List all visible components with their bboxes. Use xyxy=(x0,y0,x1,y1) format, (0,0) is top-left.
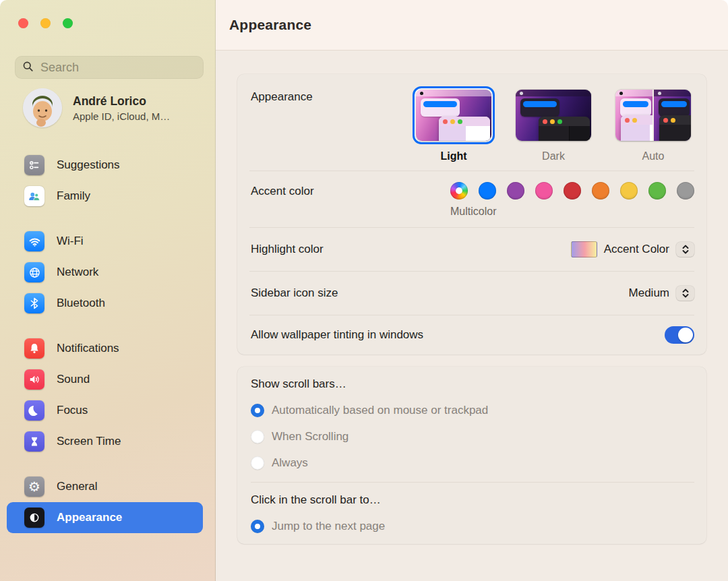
zoom-button[interactable] xyxy=(63,18,73,28)
radio-button[interactable] xyxy=(251,404,264,417)
highlight-color-stepper[interactable] xyxy=(676,242,694,257)
wallpaper-tinting-row: Allow wallpaper tinting in windows xyxy=(237,315,706,355)
sidebar-item-appearance[interactable]: Appearance xyxy=(7,502,203,533)
sidebar-item-wifi[interactable]: Wi-Fi xyxy=(7,226,203,257)
radio-label: Automatically based on mouse or trackpad xyxy=(272,404,488,417)
sidebar-item-label: Suggestions xyxy=(57,158,120,172)
accent-dot-green[interactable] xyxy=(648,182,666,200)
radio-button[interactable] xyxy=(251,430,264,444)
sidebar-item-network[interactable]: Network xyxy=(7,257,203,288)
accent-dot-graphite[interactable] xyxy=(677,182,694,200)
accent-dot-pink[interactable] xyxy=(535,182,553,200)
pane-header: Appearance xyxy=(216,0,728,51)
search-input[interactable] xyxy=(39,60,196,75)
auto-option-label: Auto xyxy=(642,150,665,162)
accent-dot-multicolor[interactable] xyxy=(450,182,468,200)
accent-color-row: Accent color xyxy=(237,171,706,227)
scrollbars-settings-card: Show scroll bars… Automatically based on… xyxy=(237,367,706,544)
appearance-option-auto[interactable]: Auto xyxy=(612,86,694,162)
sidebar-icon-size-row: Sidebar icon size Medium xyxy=(237,272,706,315)
sidebar-item-suggestions[interactable]: Suggestions xyxy=(7,150,203,181)
radio-label: Always xyxy=(272,456,308,470)
sidebar-item-focus[interactable]: Focus xyxy=(7,395,203,426)
dark-option-label: Dark xyxy=(542,150,565,162)
search-icon xyxy=(22,61,34,75)
profile-name: André Lorico xyxy=(73,94,170,109)
toggle-knob xyxy=(678,328,693,342)
accent-color-options xyxy=(450,182,694,200)
profile-subtitle: Apple ID, iCloud, M… xyxy=(73,111,170,122)
dark-thumbnail xyxy=(516,90,591,141)
light-thumbnail-frame xyxy=(413,86,495,144)
radio-label: When Scrolling xyxy=(272,430,348,444)
accent-dot-red[interactable] xyxy=(564,182,581,200)
highlight-color-label: Highlight color xyxy=(251,243,324,256)
appearance-option-dark[interactable]: Dark xyxy=(512,86,595,162)
sidebar-item-label: Screen Time xyxy=(57,435,121,448)
sidebar-item-label: Wi-Fi xyxy=(57,235,84,248)
wallpaper-tinting-label: Allow wallpaper tinting in windows xyxy=(251,328,423,342)
radio-button[interactable] xyxy=(251,520,264,533)
sidebar-item-label: Sound xyxy=(57,373,90,386)
highlight-color-value: Accent Color xyxy=(604,243,669,256)
sidebar-item-general[interactable]: ⚙ General xyxy=(7,471,203,502)
auto-thumbnail xyxy=(615,90,691,141)
appearance-mode-options: Light xyxy=(413,86,694,162)
sidebar-item-label: Notifications xyxy=(57,342,119,355)
scrollbar-option-auto[interactable]: Automatically based on mouse or trackpad xyxy=(251,404,694,417)
close-button[interactable] xyxy=(18,18,28,28)
apple-logo-icon xyxy=(520,92,523,95)
radio-label: Jump to the next page xyxy=(272,520,385,533)
sidebar-item-label: Focus xyxy=(57,404,88,417)
sidebar-item-label: Network xyxy=(57,266,98,279)
accent-dot-yellow[interactable] xyxy=(620,182,638,200)
sidebar-icon-size-value: Medium xyxy=(629,286,669,300)
sidebar-item-label: Bluetooth xyxy=(57,297,105,310)
wifi-icon xyxy=(24,231,44,251)
sidebar-item-sound[interactable]: Sound xyxy=(7,364,203,395)
search-field[interactable] xyxy=(15,56,204,79)
sidebar-item-label: Appearance xyxy=(57,511,122,524)
scroll-click-option-jump-next-page[interactable]: Jump to the next page xyxy=(251,520,694,533)
main-pane: Appearance Appearance xyxy=(216,0,728,581)
scrollbar-option-when-scrolling[interactable]: When Scrolling xyxy=(251,430,694,444)
auto-thumbnail-frame xyxy=(612,86,694,144)
sidebar-item-bluetooth[interactable]: Bluetooth xyxy=(7,288,203,319)
system-settings-window: André Lorico Apple ID, iCloud, M… Sugges… xyxy=(0,0,728,581)
highlight-color-swatch xyxy=(571,241,597,257)
pane-content: Appearance xyxy=(216,51,728,581)
scrollbar-option-always[interactable]: Always xyxy=(251,456,694,470)
highlight-color-row: Highlight color Accent Color xyxy=(237,228,706,271)
sidebar-item-notifications[interactable]: Notifications xyxy=(7,333,203,364)
accent-dot-blue[interactable] xyxy=(479,182,496,200)
show-scrollbars-title: Show scroll bars… xyxy=(251,377,694,391)
apple-id-profile[interactable]: André Lorico Apple ID, iCloud, M… xyxy=(23,88,170,127)
sidebar-nav: Suggestions Family Wi-Fi xyxy=(7,150,203,547)
globe-icon xyxy=(24,262,44,282)
accent-color-label: Accent color xyxy=(251,185,314,198)
page-title: Appearance xyxy=(229,17,311,33)
wallpaper-tinting-toggle[interactable] xyxy=(665,326,694,344)
light-option-label: Light xyxy=(440,150,466,162)
dark-thumbnail-frame xyxy=(512,86,595,144)
sidebar-item-label: Family xyxy=(57,189,90,203)
apple-logo-icon xyxy=(420,92,423,95)
accent-selected-caption: Multicolor xyxy=(450,206,694,218)
sidebar-item-screen-time[interactable]: Screen Time xyxy=(7,426,203,457)
radio-button[interactable] xyxy=(251,456,264,470)
sidebar: André Lorico Apple ID, iCloud, M… Sugges… xyxy=(0,0,216,581)
accent-dot-orange[interactable] xyxy=(592,182,609,200)
window-controls xyxy=(0,0,215,28)
sidebar-icon-size-stepper[interactable] xyxy=(676,286,694,301)
appearance-icon xyxy=(24,508,44,528)
memoji-avatar xyxy=(23,88,62,127)
moon-icon xyxy=(24,400,44,421)
minimize-button[interactable] xyxy=(40,18,51,28)
accent-dot-purple[interactable] xyxy=(507,182,524,200)
appearance-row-label: Appearance xyxy=(251,90,313,104)
gear-icon: ⚙ xyxy=(24,477,44,497)
appearance-option-light[interactable]: Light xyxy=(413,86,495,162)
family-icon xyxy=(24,186,44,206)
sidebar-item-family[interactable]: Family xyxy=(7,181,203,212)
light-thumbnail xyxy=(416,90,491,141)
